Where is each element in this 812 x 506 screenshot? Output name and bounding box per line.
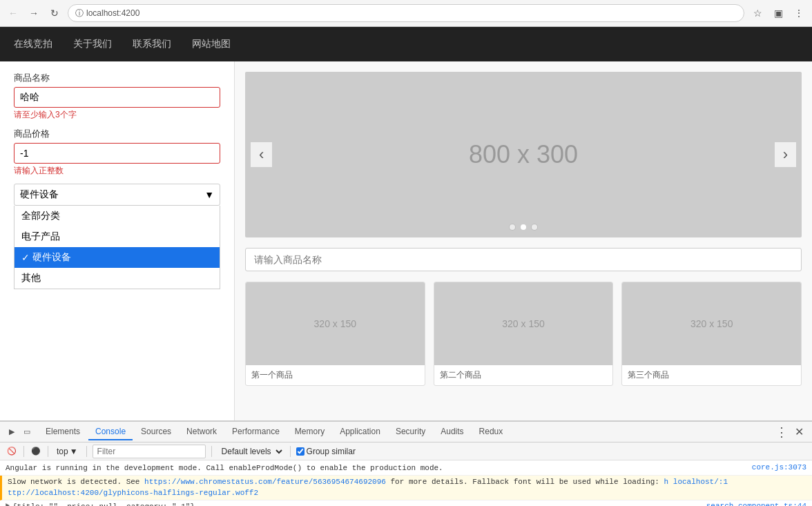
devtools-close-button[interactable]: ✕	[792, 425, 806, 438]
tab-redux[interactable]: Redux	[472, 424, 510, 440]
url-text: localhost:4200	[86, 8, 139, 18]
main-content: 商品名称 请至少输入3个字 商品价格 请输入正整数 硬件设备 ▼ 全部分类 电子…	[0, 61, 812, 420]
carousel-next-button[interactable]: ›	[775, 142, 796, 167]
product-card-1: 320 x 150 第一个商品	[245, 282, 425, 386]
console-source-3[interactable]: search.component.ts:44	[706, 502, 806, 506]
tab-memory[interactable]: Memory	[288, 424, 331, 440]
product-name-3: 第三个商品	[628, 370, 669, 380]
product-img-3: 320 x 150	[622, 282, 801, 365]
address-bar[interactable]: ⓘ localhost:4200	[68, 4, 744, 22]
devtools-left-icons: ▶ ▭	[6, 426, 33, 438]
product-search-input[interactable]	[245, 248, 802, 271]
dot-3[interactable]	[531, 224, 538, 231]
context-arrow-icon: ▼	[70, 447, 78, 456]
context-value: top	[57, 447, 68, 456]
dropdown-display[interactable]: 硬件设备 ▼	[14, 184, 220, 206]
dropdown-menu: 全部分类 电子产品 ✓ 硬件设备 其他	[14, 206, 220, 289]
devtools-more-button[interactable]: ⋮	[773, 425, 791, 440]
console-line-2: Slow network is detected. See https://ww…	[0, 476, 812, 500]
clear-console-icon[interactable]: 🚫	[6, 445, 18, 458]
carousel-placeholder: 800 x 300	[469, 140, 578, 169]
forward-button[interactable]: →	[26, 6, 41, 21]
context-selector[interactable]: top ▼	[54, 445, 81, 458]
devtools-console: Angular is running in the development mo…	[0, 460, 812, 506]
price-label: 商品价格	[14, 128, 220, 140]
tab-application[interactable]: Application	[333, 424, 387, 440]
console-line-3: ► {title: "", price: null, category: "-1…	[0, 500, 812, 506]
checkmark-icon: ✓	[21, 252, 30, 263]
product-info-3: 第三个商品	[622, 365, 801, 385]
tab-security[interactable]: Security	[389, 424, 432, 440]
about-link[interactable]: 关于我们	[73, 38, 112, 50]
inspect-icon[interactable]: ▶	[6, 426, 18, 438]
stop-icon[interactable]: ⚫	[30, 445, 42, 458]
product-img-placeholder-2: 320 x 150	[502, 318, 545, 329]
devtools-tab-bar: ▶ ▭ Elements Console Sources Network Per…	[0, 422, 812, 442]
product-card-3: 320 x 150 第三个商品	[621, 282, 802, 386]
localhost-link[interactable]: h localhost/:1	[664, 478, 728, 486]
group-similar-text: Group similar	[307, 447, 356, 456]
devtools-panel: ▶ ▭ Elements Console Sources Network Per…	[0, 420, 812, 506]
tab-elements[interactable]: Elements	[39, 424, 87, 440]
category-dropdown[interactable]: 硬件设备 ▼ 全部分类 电子产品 ✓ 硬件设备 其他	[14, 184, 220, 206]
dot-2[interactable]	[520, 224, 527, 231]
product-name-1: 第一个商品	[251, 370, 293, 380]
toolbar-sep-5	[290, 446, 291, 457]
name-group: 商品名称 请至少输入3个字	[14, 72, 220, 121]
slow-network-link[interactable]: https://www.chromestatus.com/feature/563…	[144, 478, 386, 486]
app-navbar: 在线竞拍 关于我们 联系我们 网站地图	[0, 27, 812, 61]
sitemap-link[interactable]: 网站地图	[192, 38, 231, 50]
product-card-2: 320 x 150 第二个商品	[434, 282, 614, 386]
toolbar-sep-2	[48, 446, 48, 457]
contact-link[interactable]: 联系我们	[133, 38, 171, 50]
secure-icon: ⓘ	[75, 8, 84, 19]
carousel-prev-button[interactable]: ‹	[251, 142, 272, 167]
console-msg-1: Angular is running in the development mo…	[6, 463, 746, 474]
tab-performance[interactable]: Performance	[225, 424, 287, 440]
price-input[interactable]	[14, 143, 220, 164]
product-img-1: 320 x 150	[246, 282, 425, 365]
option-electronics[interactable]: 电子产品	[14, 226, 220, 247]
toolbar-sep-3	[86, 446, 87, 457]
product-img-placeholder-3: 320 x 150	[690, 318, 733, 329]
tab-network[interactable]: Network	[180, 424, 224, 440]
extensions-button[interactable]: ▣	[771, 6, 786, 21]
price-group: 商品价格 请输入正整数	[14, 128, 220, 177]
menu-button[interactable]: ⋮	[791, 6, 806, 21]
option-hardware-label: 硬件设备	[32, 251, 71, 264]
product-img-placeholder-1: 320 x 150	[314, 318, 357, 329]
group-similar-checkbox[interactable]	[296, 447, 304, 456]
option-all[interactable]: 全部分类	[14, 206, 220, 226]
product-info-1: 第一个商品	[246, 365, 425, 385]
reload-button[interactable]: ↻	[47, 6, 62, 21]
dropdown-selected: 硬件设备	[20, 188, 59, 201]
console-msg-2: Slow network is detected. See https://ww…	[8, 477, 806, 498]
price-error: 请输入正整数	[14, 165, 220, 177]
sidebar-form: 商品名称 请至少输入3个字 商品价格 请输入正整数 硬件设备 ▼ 全部分类 电子…	[0, 61, 235, 420]
name-input[interactable]	[14, 87, 220, 108]
back-button[interactable]: ←	[6, 6, 21, 21]
console-filter-input[interactable]	[93, 445, 206, 458]
levels-select[interactable]: Default levels	[218, 445, 284, 458]
dot-1[interactable]	[509, 224, 516, 231]
name-label: 商品名称	[14, 72, 220, 84]
product-name-2: 第二个商品	[440, 370, 481, 380]
expand-icon-3[interactable]: ►	[6, 502, 10, 506]
group-similar-label[interactable]: Group similar	[296, 447, 356, 456]
carousel: ‹ 800 x 300 ›	[245, 72, 802, 237]
bookmark-button[interactable]: ☆	[750, 6, 765, 21]
carousel-dots	[509, 224, 538, 231]
console-source-1[interactable]: core.js:3073	[752, 463, 806, 471]
device-icon[interactable]: ▭	[21, 426, 33, 438]
tab-sources[interactable]: Sources	[134, 424, 178, 440]
woff2-link[interactable]: ttp://localhost:4200/glyphicons-halfling…	[8, 489, 258, 497]
browser-chrome: ← → ↻ ⓘ localhost:4200 ☆ ▣ ⋮	[0, 0, 812, 27]
brand-link[interactable]: 在线竞拍	[14, 38, 52, 50]
right-content: ‹ 800 x 300 › 320 x 150 第一个商品	[235, 61, 812, 420]
browser-toolbar: ← → ↻ ⓘ localhost:4200 ☆ ▣ ⋮	[0, 0, 812, 26]
product-grid: 320 x 150 第一个商品 320 x 150 第二个商品 320 x 15…	[245, 282, 802, 386]
option-other[interactable]: 其他	[14, 268, 220, 289]
tab-audits[interactable]: Audits	[434, 424, 470, 440]
option-hardware[interactable]: ✓ 硬件设备	[14, 247, 220, 268]
tab-console[interactable]: Console	[88, 424, 133, 440]
